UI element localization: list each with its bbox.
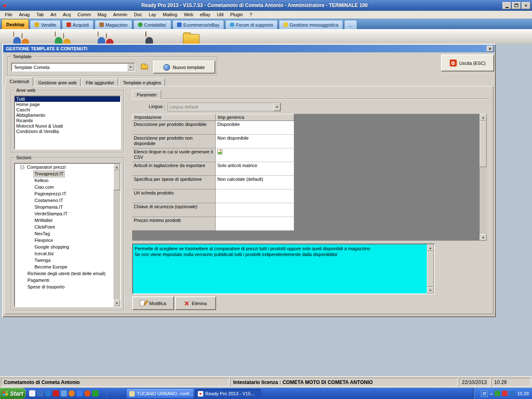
row-value[interactable]: Non disponibile (216, 135, 294, 148)
tree-node-mrwallet[interactable]: MrWallet (15, 217, 120, 224)
table-row[interactable]: Specifica per spese di spedizione Non ca… (132, 176, 294, 190)
quicklaunch-icon[interactable] (61, 390, 67, 397)
row-value[interactable]: Non calcolate (default) (216, 176, 294, 190)
column-header-impostazione[interactable]: Impostazione (132, 114, 216, 121)
tree-node-ciao[interactable]: Ciao.com (15, 184, 120, 190)
menu-util[interactable]: Util (214, 11, 227, 18)
aree-web-item-ricambi[interactable]: Ricambi (15, 118, 120, 123)
column-header-imp-generica[interactable]: Imp.generica (216, 114, 294, 121)
quicklaunch-icon[interactable] (92, 390, 99, 397)
menu-ammin[interactable]: Ammin (110, 11, 131, 18)
menu-ebay[interactable]: eBay (197, 11, 214, 18)
elimina-button[interactable]: × Elimina (175, 296, 216, 310)
lingua-combobox-dropdown-button[interactable]: ▼ (273, 103, 281, 111)
tree-node-trovaprezzi[interactable]: Trovaprezzi.IT (15, 170, 120, 177)
menu-mag[interactable]: Mag (94, 11, 110, 18)
tab-contabilita[interactable]: Contabilita' (133, 20, 171, 29)
uscita-button[interactable]: Uscita (ESC) (441, 54, 494, 71)
parametri-table-scrollbar[interactable]: ▲ ▼ (480, 114, 487, 241)
scroll-down-button[interactable]: ▼ (427, 287, 434, 293)
tree-node-pagamenti[interactable]: Pagamenti (15, 277, 120, 283)
tab-vendite[interactable]: Vendite (30, 20, 61, 29)
sezioni-scrollbar[interactable]: ▲ ▼ (113, 164, 120, 306)
tab-ecommerce-ebay[interactable]: Ecommerce/eBay (172, 20, 224, 29)
open-template-folder-button[interactable] (139, 62, 150, 72)
table-row[interactable]: Articoli in taglia/colore da esportare S… (132, 162, 294, 176)
quicklaunch-icon[interactable] (53, 390, 59, 397)
menu-tab[interactable]: Tab (33, 11, 47, 18)
tree-collapse-icon[interactable]: − (20, 165, 24, 169)
tab-magazzino[interactable]: Magazzino (95, 20, 132, 29)
tray-icon[interactable] (502, 391, 507, 396)
taskbar-task-readypro[interactable]: ♥ Ready Pro 2013 - V15... (195, 389, 261, 398)
table-row[interactable]: Descrizione per prodotto disponibile Dis… (132, 121, 294, 135)
nuovo-template-button[interactable]: Nuovo template (153, 61, 215, 74)
tab-gestione-messaggistica[interactable]: Gestione messaggistica (279, 20, 343, 29)
tab-more[interactable]: ... (344, 20, 357, 29)
scroll-down-button[interactable]: ▼ (113, 300, 120, 306)
minimize-button[interactable] (502, 2, 511, 9)
menu-doc[interactable]: Doc (131, 11, 145, 18)
tree-node-shopmania[interactable]: Shopmania.IT (15, 204, 120, 210)
tree-node-kelkoo[interactable]: Kelkoo (15, 177, 120, 184)
maximize-button[interactable] (512, 2, 521, 9)
aree-web-item-condizioni[interactable]: Condizioni di Vendita (15, 129, 120, 134)
table-row[interactable]: Elenco lingue in cui si vuole generare i… (132, 148, 294, 162)
agenti-toolbar-icon[interactable] (97, 32, 117, 44)
tree-node-icecat[interactable]: Icecat.biz (15, 250, 120, 257)
scroll-up-button[interactable]: ▲ (427, 244, 434, 251)
taskbar-task-tucano[interactable]: TUCANO URBANO, confr... (127, 389, 193, 398)
dialog-close-button[interactable]: × (487, 46, 493, 52)
scrollbar-thumb[interactable] (113, 170, 120, 190)
row-value[interactable]: Disponibile (216, 121, 294, 135)
table-row[interactable]: Url scheda prodotto (132, 190, 294, 203)
operatori-toolbar-icon[interactable] (141, 32, 161, 44)
tree-node-flexprice[interactable]: Flexprice (15, 237, 120, 244)
scrollbar-thumb[interactable] (427, 251, 434, 287)
description-scrollbar[interactable]: ▲ ▼ (427, 244, 434, 293)
tree-node-verdestampa[interactable]: VerdeStampa.IT (15, 210, 120, 217)
table-row[interactable]: Descrizione per prodotto non disponibile… (132, 135, 294, 148)
table-row[interactable]: Prezzo minimo prodotti (132, 217, 294, 231)
row-value[interactable] (216, 217, 294, 231)
scrollbar-thumb[interactable] (480, 121, 487, 167)
quicklaunch-icon[interactable] (76, 390, 83, 397)
tab-acquisti[interactable]: Acquisti (62, 20, 94, 29)
tray-icon[interactable] (495, 391, 500, 396)
aree-web-item-home-page[interactable]: Home page (15, 102, 120, 107)
aree-web-item-caschi[interactable]: Caschi (15, 107, 120, 113)
quicklaunch-icon[interactable] (69, 390, 75, 397)
template-combobox[interactable]: Template Cometa ▼ (11, 63, 135, 71)
modifica-button[interactable]: Modifica (132, 296, 174, 310)
tab-desktop[interactable]: Desktop (2, 19, 29, 29)
tray-icon[interactable] (510, 391, 515, 396)
menu-lay[interactable]: Lay (145, 11, 160, 18)
lingua-combobox[interactable]: Lingua default ▼ (167, 103, 281, 111)
scroll-down-button[interactable]: ▼ (480, 234, 487, 241)
close-button[interactable]: × (522, 2, 530, 9)
aree-web-item-motocicli[interactable]: Motocicli Nuovi & Usati (15, 123, 120, 129)
row-value[interactable] (216, 148, 294, 162)
tree-node-pagineprezzi[interactable]: Pagineprezzi.IT (15, 190, 120, 197)
tab-parametri[interactable]: Parametri (132, 90, 161, 99)
tab-contenuti[interactable]: Contenuti (5, 77, 33, 86)
tab-template-e-plugins[interactable]: Template e plugins (119, 79, 165, 86)
hide-icons-chevron[interactable]: « (490, 391, 493, 396)
menu-web[interactable]: Web (180, 11, 196, 18)
start-button[interactable]: Start (0, 388, 26, 399)
row-value[interactable]: Solo articoli matrice (216, 162, 294, 176)
tree-node-spese-trasporto[interactable]: Spese di trasporto (15, 283, 120, 290)
menu-mailing[interactable]: Mailing (160, 11, 181, 18)
tree-node-google-shopping[interactable]: Google shopping (15, 244, 120, 250)
scroll-up-button[interactable]: ▲ (113, 164, 120, 170)
quicklaunch-icon[interactable] (37, 390, 43, 397)
menu-plugin[interactable]: Plugin (227, 11, 246, 18)
language-indicator[interactable]: IT (481, 390, 488, 397)
quicklaunch-icon[interactable] (84, 390, 91, 397)
clienti-toolbar-icon[interactable] (12, 32, 32, 44)
tree-node-become-europe[interactable]: Become Europe (15, 264, 120, 270)
menu-anag[interactable]: Anag (16, 11, 33, 18)
tab-forum-supporto[interactable]: Forum di supporto (225, 20, 278, 29)
table-row[interactable]: Chiave di sicurezza (opzionale) (132, 203, 294, 217)
tab-gestione-aree-web[interactable]: Gestione aree web (34, 79, 81, 86)
